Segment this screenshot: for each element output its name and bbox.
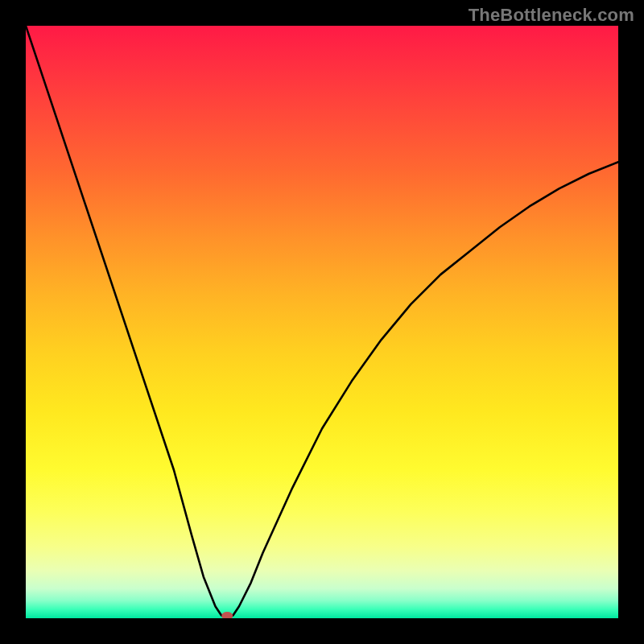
- chart-frame: TheBottleneck.com: [0, 0, 644, 644]
- minimum-marker: [221, 612, 233, 618]
- bottleneck-curve: [26, 26, 618, 618]
- plot-area: [26, 26, 618, 618]
- watermark-text: TheBottleneck.com: [469, 5, 634, 26]
- curve-svg: [26, 26, 618, 618]
